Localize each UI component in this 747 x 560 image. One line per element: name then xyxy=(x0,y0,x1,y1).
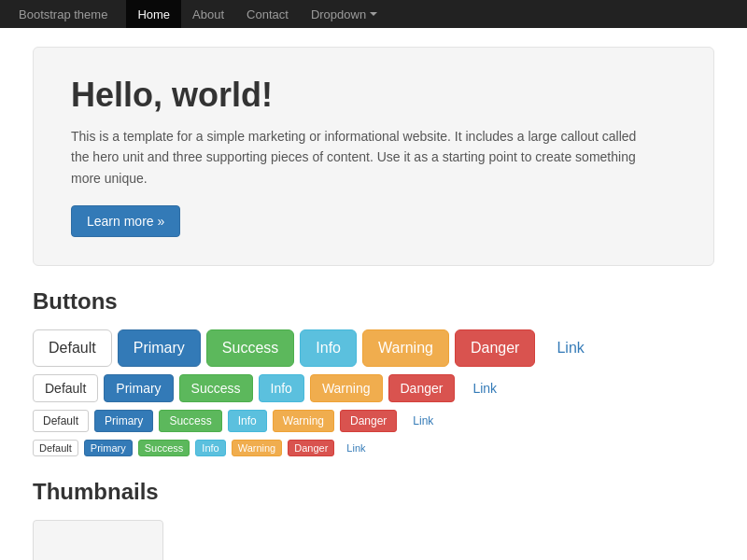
buttons-section: Buttons Default Primary Success Info War… xyxy=(33,288,714,456)
hero-description: This is a template for a simple marketin… xyxy=(71,126,650,189)
btn-info-lg[interactable]: Info xyxy=(300,329,357,367)
btn-success-xs[interactable]: Success xyxy=(138,440,190,456)
hero-title: Hello, world! xyxy=(71,76,676,115)
btn-warning-lg[interactable]: Warning xyxy=(362,329,449,367)
navbar: Bootstrap theme Home About Contact Dropd… xyxy=(0,0,747,28)
hero-unit: Hello, world! This is a template for a s… xyxy=(33,47,714,266)
button-row-small: Default Primary Success Info Warning Dan… xyxy=(33,410,714,432)
btn-link-xs[interactable]: Link xyxy=(340,440,372,456)
btn-link-sm[interactable]: Link xyxy=(402,410,444,432)
btn-info-sm[interactable]: Info xyxy=(228,410,267,432)
btn-default-xs[interactable]: Default xyxy=(33,440,78,456)
btn-success-lg[interactable]: Success xyxy=(206,329,294,367)
btn-link-lg[interactable]: Link xyxy=(541,329,599,367)
nav-item-home[interactable]: Home xyxy=(126,0,181,28)
btn-danger-xs[interactable]: Danger xyxy=(288,440,334,456)
btn-warning-md[interactable]: Warning xyxy=(310,374,383,402)
btn-primary-sm[interactable]: Primary xyxy=(94,410,153,432)
thumbnails-section: Thumbnails 200x200 xyxy=(33,479,714,560)
btn-success-md[interactable]: Success xyxy=(179,374,253,402)
dropdown-caret-icon xyxy=(370,12,377,16)
btn-danger-md[interactable]: Danger xyxy=(388,374,456,402)
btn-default-sm[interactable]: Default xyxy=(33,410,89,432)
btn-primary-xs[interactable]: Primary xyxy=(84,440,133,456)
btn-default-lg[interactable]: Default xyxy=(33,329,112,367)
btn-primary-lg[interactable]: Primary xyxy=(118,329,201,367)
button-row-xsmall: Default Primary Success Info Warning Dan… xyxy=(33,440,714,456)
nav-item-about[interactable]: About xyxy=(181,0,235,28)
btn-info-md[interactable]: Info xyxy=(259,374,304,402)
buttons-section-title: Buttons xyxy=(33,288,714,315)
nav-item-contact[interactable]: Contact xyxy=(235,0,300,28)
btn-primary-md[interactable]: Primary xyxy=(104,374,173,402)
learn-more-button[interactable]: Learn more » xyxy=(71,205,180,237)
btn-danger-sm[interactable]: Danger xyxy=(340,410,397,432)
btn-warning-sm[interactable]: Warning xyxy=(273,410,334,432)
main-content: Hello, world! This is a template for a s… xyxy=(19,28,728,560)
btn-success-sm[interactable]: Success xyxy=(159,410,221,432)
btn-link-md[interactable]: Link xyxy=(460,374,509,402)
btn-default-md[interactable]: Default xyxy=(33,374,98,402)
nav-items: Home About Contact Dropdown xyxy=(126,0,388,28)
button-row-default: Default Primary Success Info Warning Dan… xyxy=(33,374,714,402)
navbar-brand[interactable]: Bootstrap theme xyxy=(19,7,107,21)
dropdown-label: Dropdown xyxy=(311,7,377,21)
button-row-large: Default Primary Success Info Warning Dan… xyxy=(33,329,714,367)
thumbnail-item[interactable]: 200x200 xyxy=(33,520,163,560)
thumbnails-section-title: Thumbnails xyxy=(33,479,714,505)
btn-danger-lg[interactable]: Danger xyxy=(455,329,535,367)
nav-item-dropdown[interactable]: Dropdown xyxy=(300,0,388,28)
btn-warning-xs[interactable]: Warning xyxy=(232,440,283,456)
btn-info-xs[interactable]: Info xyxy=(195,440,225,456)
